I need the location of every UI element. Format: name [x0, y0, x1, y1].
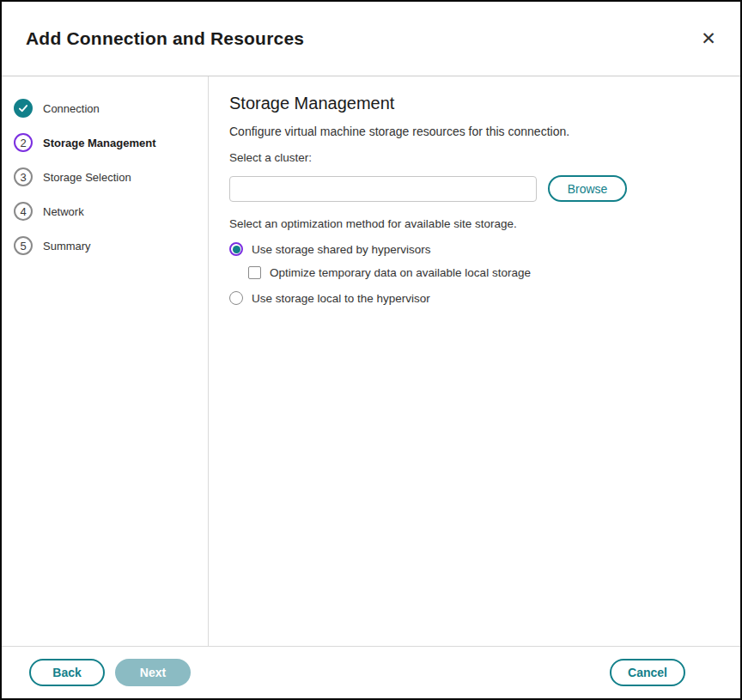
- step-label: Storage Management: [43, 137, 155, 149]
- step-storage-selection[interactable]: 3 Storage Selection: [14, 167, 208, 186]
- option-label: Use storage local to the hypervisor: [252, 292, 430, 305]
- option-label: Use storage shared by hypervisors: [252, 243, 431, 256]
- step-number-badge: 4: [14, 202, 33, 221]
- step-label: Connection: [43, 102, 100, 115]
- step-network[interactable]: 4 Network: [14, 202, 208, 221]
- storage-management-panel: Storage Management Configure virtual mac…: [209, 76, 740, 646]
- cancel-button[interactable]: Cancel: [610, 659, 685, 686]
- step-number-badge: 5: [14, 236, 33, 255]
- next-button[interactable]: Next: [115, 659, 191, 686]
- close-icon[interactable]: ✕: [696, 26, 721, 52]
- add-connection-resources-dialog: Add Connection and Resources ✕ Connectio…: [0, 0, 742, 700]
- page-description: Configure virtual machine storage resour…: [229, 125, 720, 138]
- step-label: Network: [43, 205, 84, 218]
- dialog-footer: Back Next Cancel: [2, 646, 740, 698]
- radio-selected-icon[interactable]: [229, 242, 243, 256]
- step-number-badge: 3: [14, 167, 33, 186]
- browse-button[interactable]: Browse: [548, 175, 627, 202]
- radio-unselected-icon[interactable]: [229, 291, 243, 305]
- cluster-input[interactable]: [229, 176, 537, 202]
- check-icon: [14, 99, 33, 118]
- radio-use-local-storage[interactable]: Use storage local to the hypervisor: [229, 291, 720, 305]
- step-number-badge: 2: [14, 133, 33, 152]
- dialog-body: Connection 2 Storage Management 3 Storag…: [2, 76, 740, 646]
- cluster-row: Browse: [229, 175, 720, 202]
- optimization-method-label: Select an optimization method for availa…: [229, 217, 720, 230]
- dialog-header: Add Connection and Resources ✕: [2, 2, 740, 76]
- step-label: Summary: [43, 240, 91, 253]
- step-storage-management[interactable]: 2 Storage Management: [14, 133, 208, 152]
- option-label: Optimize temporary data on available loc…: [270, 266, 531, 279]
- checkbox-unchecked-icon[interactable]: [248, 266, 261, 279]
- step-label: Storage Selection: [43, 171, 131, 184]
- step-summary[interactable]: 5 Summary: [14, 236, 208, 255]
- wizard-steps-sidebar: Connection 2 Storage Management 3 Storag…: [2, 76, 209, 646]
- dialog-title: Add Connection and Resources: [26, 28, 304, 49]
- back-button[interactable]: Back: [29, 659, 105, 686]
- page-title: Storage Management: [229, 94, 720, 113]
- checkbox-optimize-temp-data[interactable]: Optimize temporary data on available loc…: [248, 266, 720, 279]
- radio-use-shared-storage[interactable]: Use storage shared by hypervisors: [229, 242, 720, 256]
- step-connection[interactable]: Connection: [14, 99, 208, 118]
- cluster-field-label: Select a cluster:: [229, 151, 720, 164]
